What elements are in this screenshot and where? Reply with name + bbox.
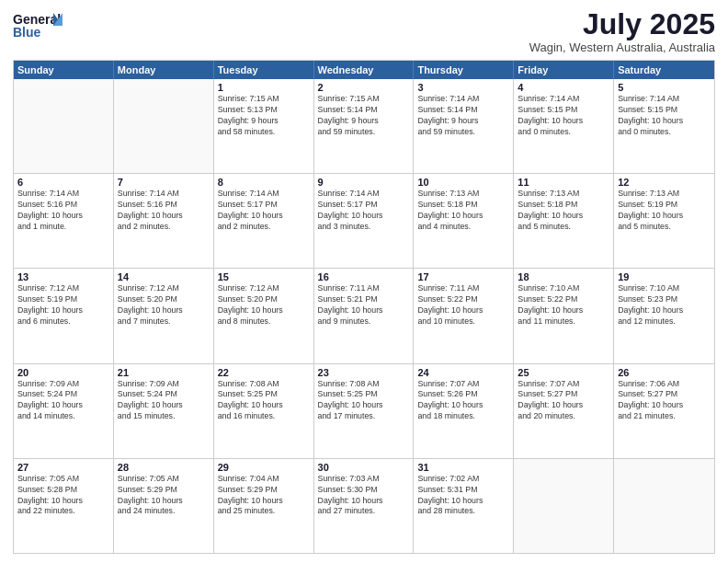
cell-info: Sunrise: 7:06 AM Sunset: 5:27 PM Dayligh… — [618, 379, 711, 423]
day-cell-11: 11Sunrise: 7:13 AM Sunset: 5:18 PM Dayli… — [514, 174, 614, 268]
day-cell-31: 31Sunrise: 7:02 AM Sunset: 5:31 PM Dayli… — [414, 459, 514, 553]
day-cell-5: 5Sunrise: 7:14 AM Sunset: 5:15 PM Daylig… — [614, 79, 714, 173]
day-cell-10: 10Sunrise: 7:13 AM Sunset: 5:18 PM Dayli… — [414, 174, 514, 268]
day-cell-8: 8Sunrise: 7:14 AM Sunset: 5:17 PM Daylig… — [214, 174, 314, 268]
day-number: 23 — [318, 367, 410, 378]
cell-info: Sunrise: 7:02 AM Sunset: 5:31 PM Dayligh… — [417, 474, 509, 518]
cell-info: Sunrise: 7:12 AM Sunset: 5:19 PM Dayligh… — [17, 283, 109, 327]
day-cell-22: 22Sunrise: 7:08 AM Sunset: 5:25 PM Dayli… — [214, 364, 314, 458]
day-cell-7: 7Sunrise: 7:14 AM Sunset: 5:16 PM Daylig… — [114, 174, 214, 268]
cell-info: Sunrise: 7:10 AM Sunset: 5:23 PM Dayligh… — [618, 283, 711, 327]
cell-info: Sunrise: 7:14 AM Sunset: 5:14 PM Dayligh… — [417, 94, 509, 138]
day-cell-24: 24Sunrise: 7:07 AM Sunset: 5:26 PM Dayli… — [414, 364, 514, 458]
day-cell-3: 3Sunrise: 7:14 AM Sunset: 5:14 PM Daylig… — [414, 79, 514, 173]
day-number: 8 — [218, 177, 310, 188]
day-cell-15: 15Sunrise: 7:12 AM Sunset: 5:20 PM Dayli… — [214, 269, 314, 362]
day-number: 21 — [118, 367, 210, 378]
day-number: 16 — [318, 271, 410, 282]
day-number: 15 — [218, 271, 310, 282]
cell-info: Sunrise: 7:03 AM Sunset: 5:30 PM Dayligh… — [318, 474, 410, 518]
calendar-body: 1Sunrise: 7:15 AM Sunset: 5:13 PM Daylig… — [14, 79, 714, 553]
day-number: 3 — [417, 82, 509, 93]
header-day-thursday: Thursday — [414, 61, 514, 79]
day-number: 6 — [17, 177, 109, 188]
day-cell-14: 14Sunrise: 7:12 AM Sunset: 5:20 PM Dayli… — [114, 269, 214, 362]
day-number: 24 — [417, 367, 509, 378]
cell-info: Sunrise: 7:13 AM Sunset: 5:19 PM Dayligh… — [618, 189, 711, 233]
day-number: 20 — [17, 367, 109, 378]
cell-info: Sunrise: 7:08 AM Sunset: 5:25 PM Dayligh… — [318, 379, 410, 423]
cell-info: Sunrise: 7:13 AM Sunset: 5:18 PM Dayligh… — [417, 189, 509, 233]
cell-info: Sunrise: 7:07 AM Sunset: 5:26 PM Dayligh… — [417, 379, 509, 423]
cell-info: Sunrise: 7:14 AM Sunset: 5:17 PM Dayligh… — [318, 189, 410, 233]
day-number: 10 — [417, 177, 509, 188]
cell-info: Sunrise: 7:15 AM Sunset: 5:14 PM Dayligh… — [318, 94, 410, 138]
day-number: 26 — [618, 367, 711, 378]
page: GeneralBlue July 2025 Wagin, Western Aus… — [0, 0, 728, 563]
day-number: 28 — [118, 462, 210, 473]
day-cell-28: 28Sunrise: 7:05 AM Sunset: 5:29 PM Dayli… — [114, 459, 214, 553]
day-cell-6: 6Sunrise: 7:14 AM Sunset: 5:16 PM Daylig… — [14, 174, 114, 268]
cell-info: Sunrise: 7:15 AM Sunset: 5:13 PM Dayligh… — [218, 94, 310, 138]
location-title: Wagin, Western Australia, Australia — [529, 40, 715, 54]
cell-info: Sunrise: 7:09 AM Sunset: 5:24 PM Dayligh… — [118, 379, 210, 423]
empty-cell — [614, 459, 714, 553]
cell-info: Sunrise: 7:14 AM Sunset: 5:17 PM Dayligh… — [218, 189, 310, 233]
day-cell-27: 27Sunrise: 7:05 AM Sunset: 5:28 PM Dayli… — [14, 459, 114, 553]
header-day-monday: Monday — [114, 61, 214, 79]
day-cell-30: 30Sunrise: 7:03 AM Sunset: 5:30 PM Dayli… — [314, 459, 415, 553]
week-row-5: 27Sunrise: 7:05 AM Sunset: 5:28 PM Dayli… — [14, 459, 714, 553]
day-number: 31 — [417, 462, 509, 473]
day-number: 14 — [118, 271, 210, 282]
day-number: 30 — [318, 462, 410, 473]
day-cell-17: 17Sunrise: 7:11 AM Sunset: 5:22 PM Dayli… — [414, 269, 514, 362]
day-cell-25: 25Sunrise: 7:07 AM Sunset: 5:27 PM Dayli… — [514, 364, 614, 458]
day-number: 1 — [218, 82, 310, 93]
cell-info: Sunrise: 7:07 AM Sunset: 5:27 PM Dayligh… — [518, 379, 609, 423]
cell-info: Sunrise: 7:14 AM Sunset: 5:15 PM Dayligh… — [618, 94, 711, 138]
cell-info: Sunrise: 7:09 AM Sunset: 5:24 PM Dayligh… — [17, 379, 109, 423]
day-number: 25 — [518, 367, 609, 378]
day-number: 9 — [318, 177, 410, 188]
day-number: 29 — [218, 462, 310, 473]
day-cell-1: 1Sunrise: 7:15 AM Sunset: 5:13 PM Daylig… — [214, 79, 314, 173]
month-title: July 2025 — [529, 9, 715, 39]
day-cell-16: 16Sunrise: 7:11 AM Sunset: 5:21 PM Dayli… — [314, 269, 415, 362]
day-number: 18 — [518, 271, 609, 282]
day-number: 4 — [518, 82, 609, 93]
cell-info: Sunrise: 7:14 AM Sunset: 5:15 PM Dayligh… — [518, 94, 609, 138]
header-day-sunday: Sunday — [14, 61, 114, 79]
day-number: 22 — [218, 367, 310, 378]
day-number: 2 — [318, 82, 410, 93]
day-cell-18: 18Sunrise: 7:10 AM Sunset: 5:22 PM Dayli… — [514, 269, 614, 362]
cell-info: Sunrise: 7:04 AM Sunset: 5:29 PM Dayligh… — [218, 474, 310, 518]
header-day-wednesday: Wednesday — [314, 61, 415, 79]
empty-cell — [114, 79, 214, 173]
title-block: July 2025 Wagin, Western Australia, Aust… — [529, 9, 715, 54]
empty-cell — [514, 459, 614, 553]
header: GeneralBlue July 2025 Wagin, Western Aus… — [13, 9, 715, 54]
week-row-4: 20Sunrise: 7:09 AM Sunset: 5:24 PM Dayli… — [14, 364, 714, 459]
day-number: 7 — [118, 177, 210, 188]
week-row-1: 1Sunrise: 7:15 AM Sunset: 5:13 PM Daylig… — [14, 79, 714, 174]
cell-info: Sunrise: 7:14 AM Sunset: 5:16 PM Dayligh… — [118, 189, 210, 233]
day-cell-13: 13Sunrise: 7:12 AM Sunset: 5:19 PM Dayli… — [14, 269, 114, 362]
cell-info: Sunrise: 7:13 AM Sunset: 5:18 PM Dayligh… — [518, 189, 609, 233]
day-cell-19: 19Sunrise: 7:10 AM Sunset: 5:23 PM Dayli… — [614, 269, 714, 362]
header-day-tuesday: Tuesday — [214, 61, 314, 79]
cell-info: Sunrise: 7:05 AM Sunset: 5:29 PM Dayligh… — [118, 474, 210, 518]
day-cell-29: 29Sunrise: 7:04 AM Sunset: 5:29 PM Dayli… — [214, 459, 314, 553]
day-number: 13 — [17, 271, 109, 282]
week-row-3: 13Sunrise: 7:12 AM Sunset: 5:19 PM Dayli… — [14, 269, 714, 363]
day-number: 27 — [17, 462, 109, 473]
week-row-2: 6Sunrise: 7:14 AM Sunset: 5:16 PM Daylig… — [14, 174, 714, 269]
day-cell-2: 2Sunrise: 7:15 AM Sunset: 5:14 PM Daylig… — [314, 79, 415, 173]
svg-text:Blue: Blue — [13, 25, 41, 40]
cell-info: Sunrise: 7:12 AM Sunset: 5:20 PM Dayligh… — [118, 283, 210, 327]
cell-info: Sunrise: 7:08 AM Sunset: 5:25 PM Dayligh… — [218, 379, 310, 423]
cell-info: Sunrise: 7:11 AM Sunset: 5:22 PM Dayligh… — [417, 283, 509, 327]
header-day-friday: Friday — [514, 61, 614, 79]
day-cell-20: 20Sunrise: 7:09 AM Sunset: 5:24 PM Dayli… — [14, 364, 114, 458]
cell-info: Sunrise: 7:12 AM Sunset: 5:20 PM Dayligh… — [218, 283, 310, 327]
day-number: 19 — [618, 271, 711, 282]
